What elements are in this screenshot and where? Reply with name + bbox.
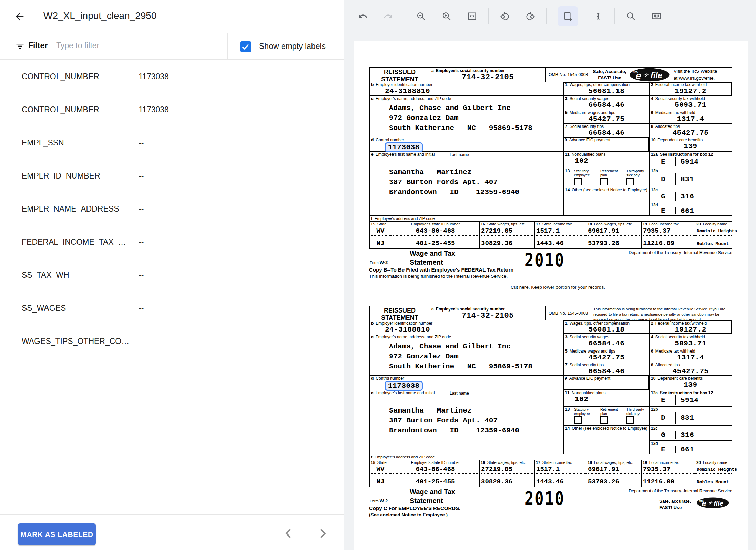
box-12c: 12c G316 bbox=[649, 187, 732, 202]
box-1-wages: 1Wages, tips, other compensation 56081.1… bbox=[563, 320, 649, 334]
box-9-advance-eic: 9Advance EIC payment bbox=[563, 376, 649, 390]
box-7-ss-tips: 7Social security tips 66584.46 bbox=[563, 124, 649, 137]
cut-here-line: Cut here. Keep lower portion for your re… bbox=[369, 291, 732, 291]
box-15-state: 15State WV NJ bbox=[370, 460, 391, 487]
search-icon[interactable] bbox=[626, 11, 636, 21]
third-party-sick-pay-checkbox bbox=[626, 416, 634, 424]
box-12d: 12d E661 bbox=[649, 440, 732, 454]
box-12b: 12b D831 bbox=[649, 168, 732, 187]
box-3-ss-wages: 3Social security wages 66584.46 bbox=[563, 96, 649, 110]
box-b-ein: bEmployer identification number 24-31888… bbox=[370, 82, 563, 95]
svg-text:e: e bbox=[702, 499, 706, 508]
label-name: SS_WAGES bbox=[22, 304, 139, 324]
divider bbox=[614, 8, 615, 24]
previous-page-icon[interactable] bbox=[282, 527, 296, 540]
tax-year: 2010 bbox=[525, 488, 565, 509]
next-page-icon[interactable] bbox=[316, 527, 329, 540]
svg-text:file: file bbox=[714, 500, 723, 507]
box-f-employee-address: fEmployee's address and ZIP code bbox=[370, 216, 732, 221]
label-value: -- bbox=[139, 271, 144, 291]
divider bbox=[405, 8, 405, 24]
fit-to-width-icon[interactable] bbox=[467, 11, 477, 21]
box-15-state: 15State WV NJ bbox=[370, 222, 391, 248]
label-row[interactable]: EMPLR_ID_NUMBER-- bbox=[0, 159, 344, 192]
box-4-ss-tax: 4Social security tax withheld 5093.71 bbox=[649, 96, 732, 110]
box-6-medicare-tax: 6Medicare tax withheld 1317.4 bbox=[649, 348, 732, 362]
label-name: EMPLR_ID_NUMBER bbox=[22, 171, 139, 192]
box-17-state-tax: 17State income tax 1517.1 1443.46 bbox=[534, 222, 586, 248]
label-row[interactable]: CONTROL_NUMBER1173038 bbox=[0, 60, 344, 93]
box-18-local-wages: 18Local wages, tips, etc. 69617.91 53793… bbox=[586, 460, 641, 487]
zoom-in-icon[interactable] bbox=[441, 11, 452, 21]
box-d-control-number: dControl number 1173038 bbox=[370, 376, 563, 390]
divider bbox=[546, 8, 547, 24]
label-row[interactable]: CONTROL_NUMBER1173038 bbox=[0, 93, 344, 126]
box-1-wages: 1Wages, tips, other compensation 56081.1… bbox=[563, 82, 649, 95]
box-2-federal-tax: 2Federal income tax withheld 19127.2 bbox=[649, 320, 732, 334]
label-row[interactable]: SS_WAGES-- bbox=[0, 291, 344, 324]
box-c-employer: cEmployer's name, address, and ZIP code … bbox=[370, 334, 563, 375]
show-empty-labels-checkbox[interactable] bbox=[240, 41, 251, 52]
box-14-other: 14Other (see enclosed Notice to Employee… bbox=[563, 187, 649, 216]
box-10-dependent-care: 10Dependent care benefits 139 bbox=[649, 376, 732, 390]
filter-label: Filter bbox=[28, 41, 48, 50]
label-row[interactable]: EMPLR_NAME_ADDRESS-- bbox=[0, 192, 344, 225]
box-6-medicare-tax: 6Medicare tax withheld 1317.4 bbox=[649, 110, 732, 123]
w2-form-copy-b: REISSUEDSTATEMENT aEmployee's social sec… bbox=[369, 67, 732, 283]
label-row[interactable]: SS_TAX_WH-- bbox=[0, 258, 344, 291]
box-8-allocated-tips: 8Allocated tips 45427.75 bbox=[649, 362, 732, 376]
filter-bar: Filter Show empty labels bbox=[0, 33, 344, 60]
box-18-local-wages: 18Local wages, tips, etc. 69617.91 53793… bbox=[586, 222, 641, 248]
box-14-other: 14Other (see enclosed Notice to Employee… bbox=[563, 425, 649, 454]
box-e-employee: eEmployee's first name and initial Last … bbox=[370, 390, 563, 454]
divider bbox=[227, 33, 228, 60]
control-number-annotation[interactable]: 1173038 bbox=[385, 381, 423, 391]
box-b-ein: bEmployer identification number 24-31888… bbox=[370, 320, 563, 334]
add-bounding-box-icon[interactable] bbox=[558, 6, 578, 26]
label-value: 1173038 bbox=[139, 72, 169, 93]
label-value: -- bbox=[139, 138, 144, 159]
redo-icon[interactable] bbox=[383, 11, 394, 21]
box-a-ssn: aEmployee's social security number 714-3… bbox=[430, 68, 545, 82]
undo-icon[interactable] bbox=[358, 11, 368, 21]
box-8-allocated-tips: 8Allocated tips 45427.75 bbox=[649, 124, 732, 137]
zoom-out-icon[interactable] bbox=[416, 11, 426, 21]
box-a-ssn: aEmployee's social security number 714-3… bbox=[430, 306, 545, 320]
svg-text:e: e bbox=[636, 70, 641, 81]
rotate-left-icon[interactable] bbox=[500, 11, 510, 21]
employer-state-id: Employer's state ID number 643-86-468 40… bbox=[391, 460, 479, 487]
label-row[interactable]: WAGES_TIPS_OTHER_CO…-- bbox=[0, 324, 344, 357]
document-title: W2_XL_input_clean_2950 bbox=[43, 10, 156, 21]
retirement-plan-checkbox bbox=[600, 178, 608, 185]
box-17-state-tax: 17State income tax 1517.1 1443.46 bbox=[534, 460, 586, 487]
tax-year: 2010 bbox=[525, 249, 565, 271]
header-right: OMB No. 1545-0008 Safe, Accurate,FAST! U… bbox=[545, 68, 732, 82]
retirement-plan-checkbox bbox=[600, 416, 608, 424]
control-number-annotation[interactable]: 1173038 bbox=[385, 142, 423, 152]
label-value: -- bbox=[139, 337, 144, 357]
rotate-right-icon[interactable] bbox=[525, 11, 535, 21]
box-d-control-number: dControl number 1173038 bbox=[370, 137, 563, 151]
irs-efile-logo: IRS e file bbox=[629, 68, 671, 82]
label-name: FEDERAL_INCOME_TAX_… bbox=[22, 237, 139, 258]
statutory-employee-checkbox bbox=[574, 178, 582, 185]
mark-as-labeled-button[interactable]: MARK AS LABELED bbox=[18, 523, 96, 545]
label-row[interactable]: FEDERAL_INCOME_TAX_…-- bbox=[0, 225, 344, 258]
box-13-checkboxes: 13 Statutory employee Retirement plan Th… bbox=[563, 406, 649, 425]
header-right: OMB No. 1545-0008 This information is be… bbox=[545, 306, 732, 320]
filter-input[interactable] bbox=[56, 41, 218, 50]
text-select-icon[interactable] bbox=[593, 11, 603, 21]
filter-icon bbox=[15, 41, 25, 51]
label-name: SS_TAX_WH bbox=[22, 271, 139, 291]
box-c-employer: cEmployer's name, address, and ZIP code … bbox=[370, 96, 563, 137]
label-row[interactable]: EMPL_SSN-- bbox=[0, 126, 344, 159]
box-19-local-tax: 19Local income tax 7935.37 11216.09 bbox=[641, 222, 695, 248]
w2-footer-copy-b: Form W-2 Wage and TaxStatement 2010 Depa… bbox=[369, 249, 732, 283]
employer-state-id: Employer's state ID number 643-86-468 40… bbox=[391, 222, 479, 248]
back-arrow-icon[interactable] bbox=[14, 11, 25, 22]
label-value: -- bbox=[139, 237, 144, 258]
keyboard-icon[interactable] bbox=[651, 11, 662, 21]
box-12a: 12aSee instructions for box 12 E5914 bbox=[649, 152, 732, 168]
box-11-nonqualified: 11Nonqualified plans 102 bbox=[563, 390, 649, 406]
document-viewer: REISSUEDSTATEMENT aEmployee's social sec… bbox=[344, 0, 756, 550]
